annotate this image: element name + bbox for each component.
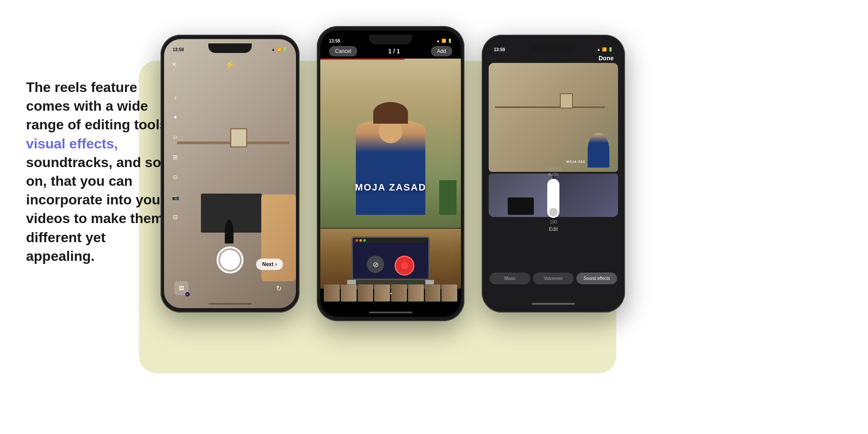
- tool-speed[interactable]: 1×: [169, 131, 181, 143]
- gallery-icon[interactable]: 🖼: [174, 281, 188, 295]
- tool-effects[interactable]: ✦: [169, 111, 181, 123]
- phone-1: 13:59 ▲ 📶 🔋 × ⚡ ♪ ✦ 1× ⊞ ⊙ 📷: [161, 35, 299, 312]
- close-button[interactable]: ×: [172, 60, 177, 69]
- timeline-thumb-1: [324, 284, 340, 302]
- home-indicator-3: [532, 303, 575, 305]
- video-title-overlay: MOJA ZASAD: [329, 182, 452, 193]
- phone-3-notch: [532, 43, 575, 53]
- signal-icon-3: 📶: [602, 47, 607, 52]
- flip-camera-icon[interactable]: ↻: [272, 281, 286, 295]
- text-section: The reels feature comes with a wide rang…: [26, 78, 174, 266]
- phone-2-controls: ⊘: [320, 256, 461, 276]
- wifi-icon: ▲: [271, 47, 275, 52]
- wifi-icon-2: ▲: [436, 39, 440, 43]
- side-toolbar: ♪ ✦ 1× ⊞ ⊙ 📷 ⊟: [169, 91, 181, 223]
- phone-3-header: Done: [598, 55, 614, 62]
- timeline-thumb-4: [374, 284, 390, 302]
- phone-1-notch: [208, 43, 252, 53]
- audio-value: 100: [550, 220, 557, 224]
- phone-2-status-icons: ▲ 📶 🔋: [436, 39, 452, 43]
- tool-layout[interactable]: ⊞: [169, 151, 181, 163]
- cancel-record-button[interactable]: ⊘: [367, 256, 384, 273]
- headphones: [225, 220, 233, 243]
- phone-3-time: 13:59: [494, 47, 505, 52]
- shelf-3: [495, 106, 605, 108]
- video-person: [356, 119, 425, 215]
- tab-sound-effects[interactable]: Sound effects: [576, 273, 617, 284]
- phone-2-screen: 13:58 ▲ 📶 🔋 Cancel 1 / 1 Add: [320, 30, 461, 317]
- timeline-cursor: [391, 293, 391, 294]
- signal-icon: 📶: [276, 47, 281, 52]
- next-button[interactable]: Next ›: [256, 259, 283, 270]
- battery-icon-3: 🔋: [608, 47, 613, 52]
- main-heading: The reels feature comes with a wide rang…: [26, 78, 174, 266]
- phone-3-status-icons: ▲ 📶 🔋: [597, 47, 613, 52]
- home-indicator-1: [208, 303, 252, 305]
- record-toggle-button[interactable]: [395, 256, 414, 276]
- record-button[interactable]: [217, 247, 243, 273]
- main-video-area: MOJA ZASAD: [320, 59, 461, 228]
- camera-audio-label: Camera audio: [546, 166, 561, 177]
- phone-2-timeline: [320, 282, 461, 304]
- tool-more[interactable]: ⊟: [169, 211, 181, 223]
- edit-button[interactable]: Edit: [549, 226, 558, 232]
- battery-icon-2: 🔋: [447, 39, 452, 43]
- wifi-icon-3: ▲: [597, 47, 601, 52]
- frame-3: [560, 93, 573, 108]
- picture-frame: [230, 128, 247, 148]
- video-text-overlay-3: MOJA ZAS: [566, 160, 585, 163]
- tab-music[interactable]: Music: [490, 273, 530, 284]
- timeline-thumb-8: [441, 284, 457, 302]
- timeline-thumb-3: [358, 284, 374, 302]
- signal-icon-2: 📶: [441, 39, 446, 43]
- chevron-right-icon: ›: [275, 261, 277, 267]
- phone-1-status-icons: ▲ 📶 🔋: [271, 47, 287, 52]
- phone-1-bottom-bar: 🖼 ↻: [164, 281, 296, 295]
- phone-3: 13:59 ▲ 📶 🔋 Done: [482, 35, 625, 312]
- audio-slider[interactable]: [547, 179, 559, 218]
- done-button[interactable]: Done: [598, 55, 614, 62]
- cancel-button[interactable]: Cancel: [329, 46, 357, 56]
- battery-icon: 🔋: [283, 47, 287, 52]
- phones-container: 13:59 ▲ 📶 🔋 × ⚡ ♪ ✦ 1× ⊞ ⊙ 📷: [161, 26, 625, 321]
- slider-thumb: [549, 208, 558, 217]
- record-button-container: [217, 247, 243, 273]
- tool-music[interactable]: ♪: [169, 91, 181, 103]
- person-3: [588, 133, 609, 168]
- flash-icon[interactable]: ⚡: [225, 60, 235, 69]
- person-hair: [373, 102, 408, 124]
- timeline-thumb-5: [391, 284, 407, 302]
- phone-3-tabs: Music Voiceover Sound effects: [490, 273, 617, 284]
- home-indicator-2: [369, 312, 412, 313]
- phone-3-screen: 13:59 ▲ 📶 🔋 Done: [485, 39, 621, 308]
- tool-timer[interactable]: ⊙: [169, 171, 181, 183]
- phone-1-screen: 13:59 ▲ 📶 🔋 × ⚡ ♪ ✦ 1× ⊞ ⊙ 📷: [164, 39, 296, 308]
- timeline-thumb-2: [341, 284, 357, 302]
- camera-audio-section: Camera audio 100 Edit: [485, 166, 621, 232]
- phone-2: 13:58 ▲ 📶 🔋 Cancel 1 / 1 Add: [317, 26, 464, 321]
- phone-2-time: 13:58: [329, 39, 340, 43]
- record-button-inner: [220, 250, 240, 270]
- tab-voiceover[interactable]: Voiceover: [533, 273, 574, 284]
- phone-3-main-video: MOJA ZAS: [489, 63, 618, 172]
- add-button[interactable]: Add: [431, 46, 452, 56]
- phone-2-header: Cancel 1 / 1 Add: [320, 46, 461, 56]
- timeline-thumb-7: [425, 284, 441, 302]
- clip-count: 1 / 1: [388, 48, 400, 55]
- phone-1-time: 13:59: [173, 47, 184, 52]
- phone-2-notch: [369, 35, 412, 44]
- progress-bar: [320, 59, 404, 60]
- timeline-thumb-6: [408, 284, 424, 302]
- tool-camera[interactable]: 📷: [169, 191, 181, 203]
